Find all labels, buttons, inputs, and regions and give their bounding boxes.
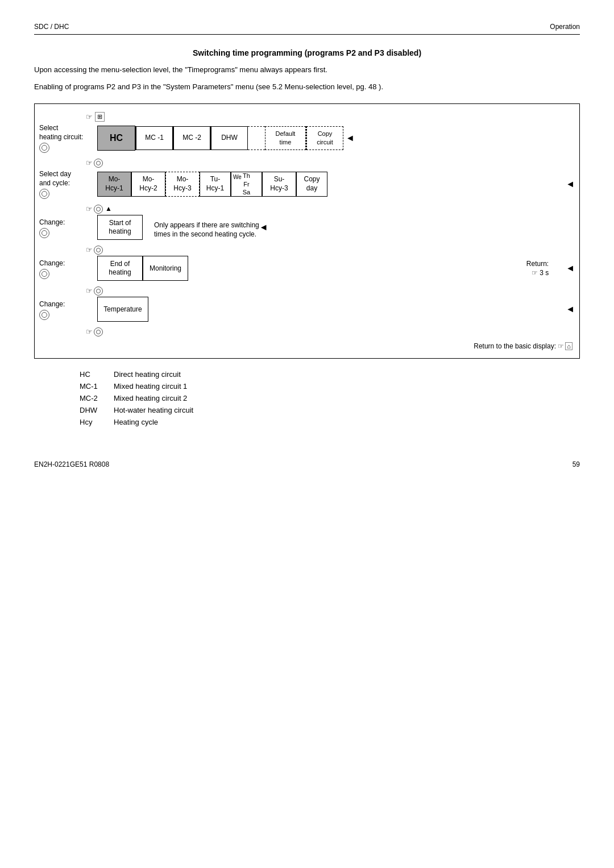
legend-mc1-key: MC-1 <box>80 382 114 391</box>
copy-day-box: Copyday <box>296 172 327 197</box>
icon-row-0: ☞ ⊞ <box>35 110 579 123</box>
row-select-day: Select dayand cycle: Mo-Hcy-1 Mo-Hcy-2 M… <box>35 169 579 202</box>
footer: EN2H-0221GE51 R0808 59 <box>34 460 580 468</box>
legend-mc2-key: MC-2 <box>80 394 114 402</box>
footer-left: EN2H-0221GE51 R0808 <box>34 460 109 468</box>
diagram: ☞ ⊞ Selectheating circuit: HC MC -1 MC -… <box>34 103 580 359</box>
monitoring-box: Monitoring <box>143 256 188 281</box>
mo-hcy1-box: Mo-Hcy-1 <box>97 172 131 197</box>
display-icon-1: ☞ <box>86 159 93 167</box>
display-icon-3: ☞ <box>86 246 93 254</box>
mc2-box: MC -2 <box>173 126 210 150</box>
body-para2: Enabling of programs P2 and P3 in the "S… <box>34 81 580 93</box>
knob-icon-3 <box>94 246 103 255</box>
tu-hcy1-box: Tu-Hcy-1 <box>200 172 231 197</box>
body-para1: Upon accessing the menu-selection level,… <box>34 64 580 76</box>
header-right: Operation <box>550 23 580 31</box>
icon-row-4: ☞ <box>35 284 579 297</box>
hc-label: HC <box>98 126 135 150</box>
knob-icon-4 <box>94 286 103 296</box>
legend-mc2: MC-2 Mixed heating circuit 2 <box>80 394 580 402</box>
legend: HC Direct heating circuit MC-1 Mixed hea… <box>80 370 580 426</box>
header-divider <box>34 34 580 35</box>
right-arrow-1: ◄ <box>346 133 355 143</box>
temperature-box: Temperature <box>97 297 148 322</box>
knob-icon-change1 <box>39 228 49 238</box>
row-start-heating: Change: Start ofheating Only appears if … <box>35 215 579 243</box>
start-heating-box: Start ofheating <box>97 215 143 240</box>
display-icon-4: ☞ <box>86 286 93 295</box>
row-end-heating: Change: End ofheating Monitoring Return:… <box>35 256 579 284</box>
knob-icon-5 <box>94 327 103 337</box>
legend-mc2-val: Mixed heating circuit 2 <box>114 394 580 402</box>
knob-icon-day <box>39 189 49 199</box>
legend-dhw-val: Hot-water heating circuit <box>114 406 580 414</box>
footer-right: 59 <box>572 460 580 468</box>
icon-row-5: ☞ <box>35 325 579 340</box>
display-icon-5: ☞ <box>86 327 93 336</box>
legend-hc-key: HC <box>80 370 114 379</box>
legend-hcy: Hcy Heating cycle <box>80 418 580 426</box>
knob-icon-select <box>39 143 49 153</box>
knob-icon-change3 <box>39 310 49 320</box>
dashed-gap <box>248 126 265 150</box>
legend-hcy-val: Heating cycle <box>114 418 580 426</box>
display-icon-0: ☞ <box>86 113 93 121</box>
end-heating-box: End ofheating <box>97 256 143 281</box>
knob-icon-change2 <box>39 269 49 279</box>
su-hcy3-box: Su-Hcy-3 <box>262 172 296 197</box>
legend-hc: HC Direct heating circuit <box>80 370 580 379</box>
right-arrow-3: ◄ <box>259 222 273 232</box>
icon-row-3: ☞ <box>35 243 579 256</box>
row-select-heating: Selectheating circuit: HC MC -1 MC -2 DH… <box>35 123 579 156</box>
legend-dhw-key: DHW <box>80 406 114 414</box>
label-change-3: Change: <box>35 299 97 321</box>
label-select-heating: Selectheating circuit: <box>35 123 97 153</box>
icon-row-1: ☞ <box>35 156 579 169</box>
legend-dhw: DHW Hot-water heating circuit <box>80 406 580 414</box>
mc1-box: MC -1 <box>136 126 173 150</box>
icon-row-2: ☞ ▲ <box>35 202 579 215</box>
knob-icon-2 <box>94 205 103 214</box>
start-heating-note: Only appears if there are switchingtimes… <box>143 216 259 240</box>
header-left: SDC / DHC <box>34 23 69 31</box>
row-temperature: Change: Temperature ◄ <box>35 297 579 325</box>
right-arrow-5: ◄ <box>566 304 579 314</box>
return-note: Return:☞ 3 s <box>188 259 566 279</box>
we-box: We ThFrSa <box>231 172 262 197</box>
hc-box: HC <box>97 126 135 151</box>
default-time-box: Defaulttime <box>265 126 306 150</box>
dhw-box: DHW <box>211 126 248 150</box>
legend-hc-val: Direct heating circuit <box>114 370 580 379</box>
basic-display-row: Return to the basic display: ☞ ⌂ <box>35 340 579 352</box>
label-change-1: Change: <box>35 217 97 239</box>
menu-sym-0: ⊞ <box>95 112 105 122</box>
right-arrow-2: ◄ <box>330 179 579 189</box>
copy-circuit-box: Copycircuit <box>306 126 343 150</box>
header: SDC / DHC Operation <box>34 23 580 31</box>
legend-mc1-val: Mixed heating circuit 1 <box>114 382 580 391</box>
section-title: Switching time programming (programs P2 … <box>34 48 580 57</box>
knob-icon-1 <box>94 159 103 168</box>
label-change-2: Change: <box>35 258 97 280</box>
mo-hcy3-box: Mo-Hcy-3 <box>165 172 200 197</box>
right-arrow-4: ◄ <box>566 263 579 273</box>
up-arrow-2: ▲ <box>105 205 112 213</box>
legend-hcy-key: Hcy <box>80 418 114 426</box>
legend-mc1: MC-1 Mixed heating circuit 1 <box>80 382 580 391</box>
basic-display-icon: ⌂ <box>565 342 572 350</box>
basic-display-text: Return to the basic display: ☞ <box>474 342 564 350</box>
label-select-day: Select dayand cycle: <box>35 169 97 199</box>
display-icon-2: ☞ <box>86 205 93 213</box>
mo-hcy2-box: Mo-Hcy-2 <box>131 172 165 197</box>
